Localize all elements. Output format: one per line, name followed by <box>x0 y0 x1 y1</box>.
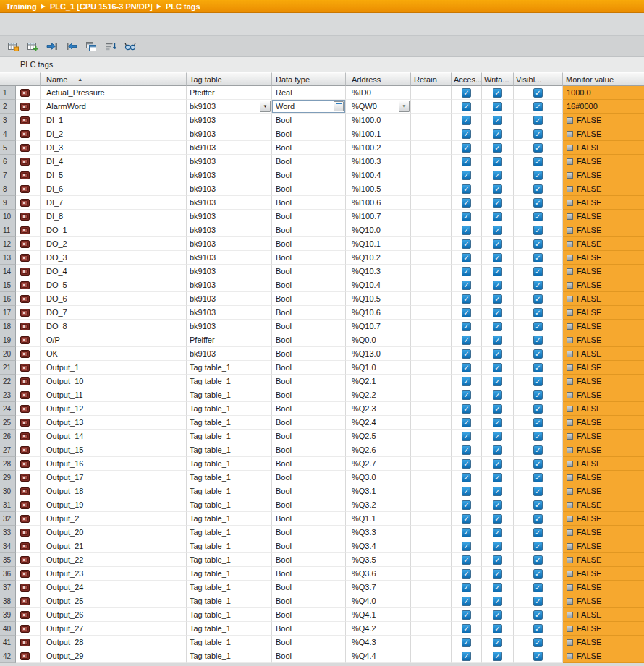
retain-cell[interactable] <box>411 553 452 567</box>
table-row[interactable]: 19 O/P Pfeiffer Bool %Q0.0 ✓ ✓ ✓ FALSE <box>0 333 644 347</box>
tag-table-cell[interactable]: Tag table_1 <box>187 636 272 649</box>
address-cell[interactable]: %I100.6 <box>346 196 411 210</box>
accessible-checkbox[interactable]: ✓ <box>462 528 471 537</box>
address-cell[interactable]: %Q3.6 <box>346 567 411 581</box>
tag-name-cell[interactable]: Output_26 <box>41 608 187 622</box>
data-type-cell[interactable]: Bool <box>272 430 346 443</box>
data-type-cell[interactable]: Bool <box>272 114 346 127</box>
visible-checkbox[interactable]: ✓ <box>533 281 543 290</box>
tag-name-cell[interactable]: Output_23 <box>41 567 187 581</box>
tag-name-cell[interactable]: DI_1 <box>41 114 187 127</box>
writable-cell[interactable]: ✓ <box>482 430 514 443</box>
tag-table-cell[interactable]: Tag table_1 <box>187 471 272 484</box>
data-type-cell[interactable]: Bool <box>272 375 346 388</box>
visible-checkbox[interactable]: ✓ <box>533 239 543 249</box>
data-type-cell[interactable]: Bool <box>272 320 346 333</box>
writable-cell[interactable]: ✓ <box>482 416 514 430</box>
header-retain[interactable]: Retain <box>411 72 452 86</box>
data-type-cell[interactable]: Bool <box>272 292 346 306</box>
visible-cell[interactable]: ✓ <box>514 347 563 361</box>
tag-table-cell[interactable]: Tag table_1 <box>187 430 272 443</box>
tag-table-cell[interactable]: Tag table_1 <box>187 375 272 388</box>
tag-name-cell[interactable]: Output_28 <box>41 636 187 649</box>
address-cell[interactable]: %Q3.0 <box>346 471 411 484</box>
visible-cell[interactable]: ✓ <box>514 553 563 567</box>
visible-cell[interactable]: ✓ <box>514 567 563 581</box>
retain-cell[interactable] <box>411 649 452 663</box>
tag-table-cell[interactable]: bk9103 <box>187 210 272 223</box>
writable-checkbox[interactable]: ✓ <box>493 102 502 111</box>
writable-checkbox[interactable]: ✓ <box>493 253 502 262</box>
accessible-checkbox[interactable]: ✓ <box>462 171 471 180</box>
visible-checkbox[interactable]: ✓ <box>533 267 543 276</box>
writable-checkbox[interactable]: ✓ <box>493 624 502 633</box>
header-monitor-value[interactable]: Monitor value <box>563 72 644 86</box>
tag-name-cell[interactable]: DO_6 <box>41 292 187 306</box>
address-cell[interactable]: %I100.2 <box>346 141 411 155</box>
address-cell[interactable]: %Q2.7 <box>346 457 411 471</box>
visible-cell[interactable]: ✓ <box>514 265 563 278</box>
table-row[interactable]: 24 Output_12 Tag table_1 Bool %Q2.3 ✓ ✓ … <box>0 402 644 416</box>
export-icon[interactable] <box>43 38 61 54</box>
retain-cell[interactable] <box>411 636 452 649</box>
retain-cell[interactable] <box>411 388 452 402</box>
accessible-cell[interactable]: ✓ <box>452 430 482 443</box>
writable-cell[interactable]: ✓ <box>482 361 514 375</box>
writable-checkbox[interactable]: ✓ <box>493 281 502 290</box>
visible-checkbox[interactable]: ✓ <box>533 212 543 221</box>
accessible-cell[interactable]: ✓ <box>452 581 482 594</box>
visible-checkbox[interactable]: ✓ <box>533 143 543 153</box>
address-cell[interactable]: %Q13.0 <box>346 347 411 361</box>
retain-cell[interactable] <box>411 127 452 141</box>
accessible-checkbox[interactable]: ✓ <box>462 569 471 579</box>
table-row[interactable]: 36 Output_23 Tag table_1 Bool %Q3.6 ✓ ✓ … <box>0 567 644 581</box>
visible-checkbox[interactable]: ✓ <box>533 432 543 441</box>
tag-name-cell[interactable]: DI_6 <box>41 182 187 196</box>
table-row[interactable]: 22 Output_10 Tag table_1 Bool %Q2.1 ✓ ✓ … <box>0 375 644 388</box>
writable-cell[interactable]: ✓ <box>482 292 514 306</box>
writable-cell[interactable]: ✓ <box>482 100 514 114</box>
visible-cell[interactable]: ✓ <box>514 636 563 649</box>
data-type-cell[interactable]: Bool <box>272 210 346 223</box>
visible-cell[interactable]: ✓ <box>514 182 563 196</box>
tag-table-cell[interactable]: Tag table_1 <box>187 622 272 636</box>
retain-cell[interactable] <box>411 347 452 361</box>
visible-cell[interactable]: ✓ <box>514 430 563 443</box>
table-row[interactable]: 5 DI_3 bk9103 Bool %I100.2 ✓ ✓ ✓ FALSE <box>0 141 644 155</box>
tag-table-cell[interactable]: bk9103 <box>187 292 272 306</box>
visible-cell[interactable]: ✓ <box>514 484 563 498</box>
visible-checkbox[interactable]: ✓ <box>533 404 543 414</box>
visible-checkbox[interactable]: ✓ <box>533 377 543 386</box>
tag-table-cell[interactable]: Tag table_1 <box>187 361 272 375</box>
accessible-checkbox[interactable]: ✓ <box>462 542 471 551</box>
accessible-checkbox[interactable]: ✓ <box>462 610 471 620</box>
address-cell[interactable]: %QW0▼ <box>346 100 411 114</box>
visible-cell[interactable]: ✓ <box>514 306 563 320</box>
writable-checkbox[interactable]: ✓ <box>493 652 502 661</box>
writable-cell[interactable]: ✓ <box>482 484 514 498</box>
accessible-cell[interactable]: ✓ <box>452 223 482 237</box>
tag-name-cell[interactable]: DI_5 <box>41 168 187 182</box>
table-row[interactable]: 40 Output_27 Tag table_1 Bool %Q4.2 ✓ ✓ … <box>0 622 644 636</box>
data-type-cell[interactable]: Bool <box>272 457 346 471</box>
tag-name-cell[interactable]: DI_4 <box>41 155 187 168</box>
accessible-cell[interactable]: ✓ <box>452 141 482 155</box>
table-row[interactable]: 20 OK bk9103 Bool %Q13.0 ✓ ✓ ✓ FALSE <box>0 347 644 361</box>
header-accessible[interactable]: Acces... <box>452 72 482 86</box>
visible-checkbox[interactable]: ✓ <box>533 500 543 510</box>
tag-table-cell[interactable]: Tag table_1 <box>187 594 272 608</box>
visible-checkbox[interactable]: ✓ <box>533 198 543 208</box>
retain-cell[interactable] <box>411 100 452 114</box>
tag-table-cell[interactable]: bk9103 <box>187 141 272 155</box>
accessible-checkbox[interactable]: ✓ <box>462 336 471 345</box>
tag-table-cell[interactable]: Pfeiffer <box>187 333 272 347</box>
writable-checkbox[interactable]: ✓ <box>493 500 502 510</box>
accessible-cell[interactable]: ✓ <box>452 320 482 333</box>
tag-name-cell[interactable]: Output_29 <box>41 649 187 663</box>
writable-cell[interactable]: ✓ <box>482 196 514 210</box>
address-cell[interactable]: %Q3.4 <box>346 539 411 553</box>
tag-name-cell[interactable]: OK <box>41 347 187 361</box>
tag-name-cell[interactable]: Output_16 <box>41 457 187 471</box>
tag-name-cell[interactable]: DO_5 <box>41 278 187 292</box>
writable-checkbox[interactable]: ✓ <box>493 487 502 496</box>
